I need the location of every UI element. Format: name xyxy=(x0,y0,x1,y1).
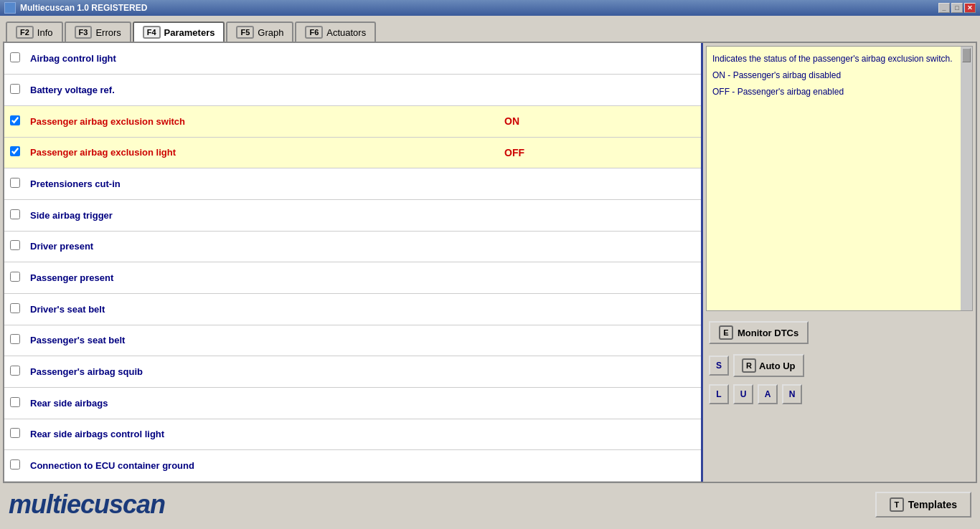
table-row: Passenger airbag exclusion lightOFF xyxy=(4,137,701,168)
param-name-14: Connection to ECU container ground xyxy=(26,450,500,482)
tab-graph[interactable]: F5 Graph xyxy=(226,22,293,42)
tab-errors[interactable]: F3 Errors xyxy=(65,22,131,42)
table-row: Airbag control light xyxy=(4,43,701,75)
param-name-7: Driver present xyxy=(26,231,500,262)
param-value-8 xyxy=(500,262,701,294)
scroll-thumb[interactable] xyxy=(962,48,971,62)
tab-parameters[interactable]: F4 Parameters xyxy=(133,22,225,42)
param-value-6 xyxy=(500,199,701,231)
param-checkbox-2[interactable] xyxy=(10,84,20,94)
info-line-2: OFF - Passenger's airbag enabled xyxy=(712,85,955,99)
param-checkbox-cell xyxy=(4,450,26,482)
param-checkbox-1[interactable] xyxy=(10,52,20,62)
param-checkbox-cell xyxy=(4,43,26,75)
param-value-11 xyxy=(500,356,701,388)
param-value-5 xyxy=(500,168,701,200)
table-row: Passenger's seat belt xyxy=(4,325,701,356)
a-key-button[interactable]: A xyxy=(758,384,778,404)
param-checkbox-10[interactable] xyxy=(10,334,20,344)
l-key-button[interactable]: L xyxy=(709,384,729,404)
main-window: F2 Info F3 Errors F4 Parameters F5 Graph… xyxy=(0,16,980,529)
param-name-4: Passenger airbag exclusion light xyxy=(26,137,500,168)
param-name-1: Airbag control light xyxy=(26,43,500,75)
param-checkbox-cell xyxy=(4,75,26,106)
info-line-1: ON - Passenger's airbag disabled xyxy=(712,69,955,82)
monitor-dtcs-button[interactable]: E Monitor DTCs xyxy=(709,321,809,344)
param-name-10: Passenger's seat belt xyxy=(26,325,500,356)
param-checkbox-7[interactable] xyxy=(10,240,20,250)
param-checkbox-8[interactable] xyxy=(10,272,20,282)
logo: multiecuscan xyxy=(9,490,165,520)
tab-errors-label: Errors xyxy=(95,27,121,38)
param-checkbox-cell xyxy=(4,262,26,294)
param-value-4: OFF xyxy=(500,137,701,168)
table-row: Driver present xyxy=(4,231,701,262)
tab-bar: F2 Info F3 Errors F4 Parameters F5 Graph… xyxy=(3,19,977,42)
parameters-table: Airbag control lightBattery voltage ref.… xyxy=(4,43,701,482)
param-checkbox-cell xyxy=(4,199,26,231)
table-row: Pretensioners cut-in xyxy=(4,168,701,200)
table-row: Connection to ECU container ground xyxy=(4,450,701,482)
param-checkbox-13[interactable] xyxy=(10,428,20,438)
table-row: Rear side airbags control light xyxy=(4,419,701,450)
monitor-key-badge: E xyxy=(719,325,733,340)
table-row: Side airbag trigger xyxy=(4,199,701,231)
param-checkbox-12[interactable] xyxy=(10,397,20,407)
param-name-13: Rear side airbags control light xyxy=(26,419,500,450)
tab-graph-label: Graph xyxy=(258,27,283,38)
right-panel: Indicates the status of the passenger's … xyxy=(703,43,976,482)
minimize-button[interactable]: _ xyxy=(938,3,950,13)
window-title: Multiecuscan 1.0 REGISTERED xyxy=(20,3,147,13)
maximize-button[interactable]: □ xyxy=(951,3,963,13)
param-checkbox-cell xyxy=(4,231,26,262)
param-checkbox-6[interactable] xyxy=(10,209,20,219)
param-checkbox-cell xyxy=(4,168,26,200)
tab-actuators[interactable]: F6 Actuators xyxy=(295,22,376,42)
app-icon xyxy=(4,2,16,14)
param-name-11: Passenger's airbag squib xyxy=(26,356,500,388)
s-key-button[interactable]: S xyxy=(709,356,729,376)
auto-up-button[interactable]: R Auto Up xyxy=(733,354,804,377)
monitor-dtcs-label: Monitor DTCs xyxy=(738,328,798,338)
param-checkbox-3[interactable] xyxy=(10,115,20,125)
n-key-button[interactable]: N xyxy=(782,384,802,404)
param-checkbox-11[interactable] xyxy=(10,366,20,376)
tab-parameters-label: Parameters xyxy=(164,27,215,38)
templates-button[interactable]: T Templates xyxy=(875,492,971,518)
param-checkbox-cell xyxy=(4,137,26,168)
info-scrollbar[interactable] xyxy=(961,47,972,310)
info-box-wrapper: Indicates the status of the passenger's … xyxy=(706,46,973,311)
param-value-9 xyxy=(500,293,701,325)
param-checkbox-cell xyxy=(4,419,26,450)
window-controls: _ □ ✕ xyxy=(938,3,976,13)
tab-key-f5: F5 xyxy=(236,26,254,39)
param-checkbox-cell xyxy=(4,356,26,388)
table-row: Passenger present xyxy=(4,262,701,294)
auto-up-label: Auto Up xyxy=(759,361,796,371)
param-name-3: Passenger airbag exclusion switch xyxy=(26,105,500,137)
param-name-2: Battery voltage ref. xyxy=(26,75,500,106)
param-checkbox-cell xyxy=(4,105,26,137)
param-value-1 xyxy=(500,43,701,75)
table-row: Driver's seat belt xyxy=(4,293,701,325)
templates-key-badge: T xyxy=(890,497,904,512)
tab-info[interactable]: F2 Info xyxy=(6,22,63,42)
param-checkbox-9[interactable] xyxy=(10,303,20,313)
param-checkbox-14[interactable] xyxy=(10,459,20,470)
param-value-12 xyxy=(500,387,701,419)
table-row: Rear side airbags xyxy=(4,387,701,419)
buttons-area: E Monitor DTCs S R Auto Up L U A xyxy=(706,315,973,407)
tab-actuators-label: Actuators xyxy=(326,27,366,38)
param-checkbox-4[interactable] xyxy=(10,146,20,156)
param-value-7 xyxy=(500,231,701,262)
param-checkbox-5[interactable] xyxy=(10,178,20,188)
u-key-button[interactable]: U xyxy=(733,384,753,404)
params-panel: Airbag control lightBattery voltage ref.… xyxy=(4,43,703,482)
info-line-0: Indicates the status of the passenger's … xyxy=(712,52,955,66)
param-name-8: Passenger present xyxy=(26,262,500,294)
param-checkbox-cell xyxy=(4,293,26,325)
title-bar: Multiecuscan 1.0 REGISTERED _ □ ✕ xyxy=(0,0,980,16)
param-name-9: Driver's seat belt xyxy=(26,293,500,325)
close-button[interactable]: ✕ xyxy=(964,3,976,13)
table-row: Passenger airbag exclusion switchON xyxy=(4,105,701,137)
